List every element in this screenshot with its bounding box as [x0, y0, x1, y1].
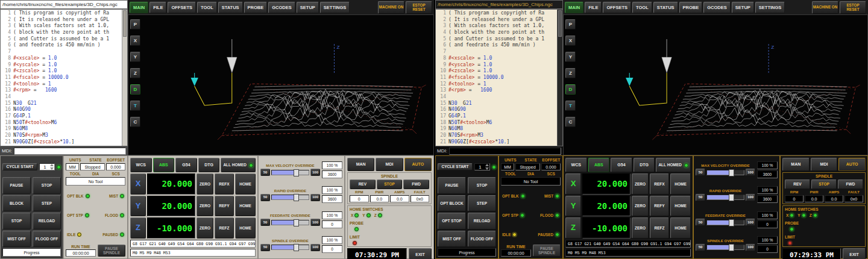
view-t-button[interactable]: T — [565, 101, 576, 111]
override-max-button[interactable]: 100 — [310, 244, 320, 251]
override-slider[interactable] — [706, 245, 744, 250]
override-min-button[interactable]: 50 — [696, 169, 705, 176]
file-path-bar[interactable]: /home/chris/linuxcnc/nc_files/examples/3… — [435, 0, 563, 9]
spin-up-arrow[interactable] — [485, 164, 489, 166]
override-min-button[interactable]: 50 — [260, 244, 270, 251]
spin-down-arrow[interactable] — [485, 167, 489, 170]
menu-gcodes-button[interactable]: GCODES — [703, 2, 731, 13]
spindle-fwd-button[interactable]: FWD — [403, 179, 429, 189]
slider-handle[interactable] — [729, 194, 734, 201]
menu-status-button[interactable]: STATUS — [218, 2, 243, 13]
dro-tab-g54[interactable]: G54 — [175, 158, 197, 172]
override-max-button[interactable]: 100 — [310, 169, 320, 176]
mode-auto-button[interactable]: AUTO — [404, 158, 432, 171]
override-slider[interactable] — [271, 195, 309, 200]
menu-status-button[interactable]: STATUS — [653, 2, 678, 13]
axis-y-button[interactable]: Y — [130, 196, 146, 217]
btn-stop[interactable]: STOP — [33, 177, 61, 193]
override-slider[interactable] — [271, 170, 309, 175]
override-slider[interactable] — [271, 245, 309, 250]
mode-mdi-button[interactable]: MDI — [811, 158, 838, 171]
gcode-editor[interactable]: 1( This program is copyright of Ra2( It … — [436, 10, 557, 146]
btn-mist-off[interactable]: MIST OFF — [2, 231, 31, 247]
view-c-button[interactable]: C — [565, 117, 576, 127]
ref-x-button[interactable]: REFX — [215, 173, 234, 195]
axis-x-button[interactable]: X — [565, 173, 581, 195]
spindle-stop-button[interactable]: STOP — [811, 179, 837, 189]
menu-tool-button[interactable]: TOOL — [197, 2, 217, 13]
menu-main-button[interactable]: MAIN — [565, 2, 583, 13]
exit-button[interactable]: EXIT — [843, 248, 866, 259]
menu-probe-button[interactable]: PROBE — [679, 2, 703, 13]
spin-down-arrow[interactable] — [50, 167, 54, 170]
cycle-start-button[interactable]: CYCLE START — [2, 163, 37, 170]
axis-z-button[interactable]: Z — [130, 217, 146, 239]
btn-pause[interactable]: PAUSE — [2, 177, 31, 193]
view-p-button[interactable]: P — [565, 19, 576, 30]
override-min-button[interactable]: 50 — [696, 194, 705, 201]
spin-arrows[interactable] — [50, 164, 54, 170]
menu-main-button[interactable]: MAIN — [130, 2, 148, 13]
dro-tab-wcs[interactable]: WCS — [130, 158, 152, 172]
btn-reload[interactable]: RELOAD — [33, 213, 61, 229]
spindle-stop-button[interactable]: STOP — [377, 179, 403, 189]
menu-probe-button[interactable]: PROBE — [244, 2, 268, 13]
dro-tab-abs[interactable]: ABS — [153, 158, 175, 172]
spindle-rev-button[interactable]: REV — [350, 179, 376, 189]
dro-tab-dtg[interactable]: DTG — [198, 158, 220, 172]
estop-reset-button[interactable]: ESTOP RESET — [406, 1, 432, 14]
zero-x-button[interactable]: ZERO — [632, 173, 649, 195]
mode-man-button[interactable]: MAN — [347, 158, 374, 171]
axis-z-button[interactable]: Z — [565, 217, 581, 239]
btn-opt-block[interactable]: OPT BLOCK — [438, 195, 466, 211]
axis-x-button[interactable]: X — [130, 173, 146, 195]
cycle-counter-spinbox[interactable]: 1 — [39, 163, 55, 170]
btn-flood-off[interactable]: FLOOD OFF — [33, 231, 61, 247]
dro-tab-g54[interactable]: G54 — [611, 158, 632, 172]
zero-z-button[interactable]: ZERO — [632, 217, 649, 239]
view-d-button[interactable]: D — [565, 84, 576, 95]
override-max-button[interactable]: 100 — [746, 244, 755, 251]
view-x-button[interactable]: X — [565, 36, 576, 46]
menu-offsets-button[interactable]: OFFSETS — [168, 2, 196, 13]
override-max-button[interactable]: 100 — [310, 194, 320, 201]
view-p-button[interactable]: P — [130, 19, 140, 30]
override-slider[interactable] — [706, 170, 744, 175]
override-min-button[interactable]: 50 — [260, 219, 270, 226]
menu-offsets-button[interactable]: OFFSETS — [603, 2, 631, 13]
spin-up-arrow[interactable] — [50, 164, 54, 166]
pause-spindle-button[interactable]: PAUSE SPINDLE — [98, 245, 125, 257]
zero-y-button[interactable]: ZERO — [632, 196, 649, 217]
override-slider[interactable] — [706, 220, 744, 225]
home-z-button[interactable]: HOME — [235, 217, 256, 239]
spindle-rev-button[interactable]: REV — [785, 179, 810, 189]
machine-on-button[interactable]: MACHINE ON — [812, 1, 838, 14]
btn-block[interactable]: BLOCK — [2, 195, 31, 211]
menu-settings-button[interactable]: SETTINGS — [320, 2, 350, 13]
override-min-button[interactable]: 50 — [696, 244, 705, 251]
axis-y-button[interactable]: Y — [565, 196, 581, 217]
spindle-fwd-button[interactable]: FWD — [838, 179, 863, 189]
override-slider[interactable] — [706, 195, 744, 200]
home-y-button[interactable]: HOME — [235, 196, 256, 217]
view-x-button[interactable]: X — [130, 36, 140, 46]
home-z-button[interactable]: HOME — [670, 217, 691, 239]
dro-tab-abs[interactable]: ABS — [588, 158, 610, 172]
btn-mist-off[interactable]: MIST OFF — [438, 231, 466, 247]
view-z-button[interactable]: Z — [565, 68, 576, 78]
editor-scrollbar-thumb[interactable] — [558, 10, 562, 37]
slider-handle[interactable] — [294, 169, 299, 176]
mode-mdi-button[interactable]: MDI — [376, 158, 403, 171]
btn-stop[interactable]: STOP — [468, 177, 496, 193]
btn-opt-stop[interactable]: OPT STOP — [438, 213, 466, 229]
slider-handle[interactable] — [729, 219, 734, 226]
cycle-start-button[interactable]: CYCLE START — [438, 163, 473, 170]
mode-man-button[interactable]: MAN — [782, 158, 810, 171]
override-max-button[interactable]: 100 — [746, 169, 755, 176]
dro-tab-dtg[interactable]: DTG — [634, 158, 655, 172]
mode-auto-button[interactable]: AUTO — [838, 158, 866, 171]
override-min-button[interactable]: 50 — [260, 169, 270, 176]
slider-handle[interactable] — [294, 244, 299, 251]
preview-3d[interactable]: PXYZDTCZ — [128, 14, 434, 155]
dro-tab-wcs[interactable]: WCS — [565, 158, 587, 172]
